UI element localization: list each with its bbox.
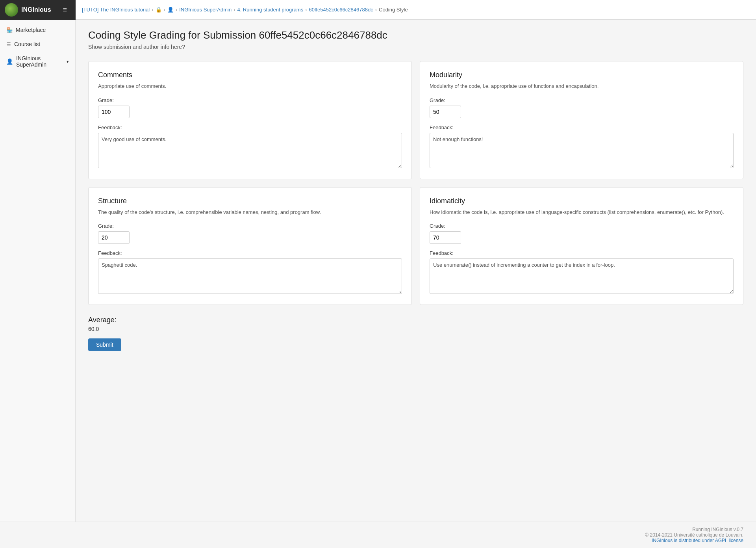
modularity-grade-input[interactable] bbox=[430, 106, 461, 118]
breadcrumb-item-2[interactable]: 👤 bbox=[167, 7, 174, 13]
submit-button[interactable]: Submit bbox=[88, 338, 121, 351]
logo-text: INGInious bbox=[21, 6, 51, 13]
marketplace-icon: 🏪 bbox=[6, 27, 13, 33]
sidebar-user-menu[interactable]: 👤 INGInious SuperAdmin ▾ bbox=[0, 51, 75, 72]
card-idiomaticity-title: Idiomaticity bbox=[430, 197, 734, 205]
modularity-feedback-label: Feedback: bbox=[430, 124, 734, 130]
breadcrumb-item-0[interactable]: [TUTO] The INGInious tutorial bbox=[82, 7, 150, 13]
card-idiomaticity: Idiomaticity How idiomatic the code is, … bbox=[420, 187, 743, 305]
average-section: Average: 60.0 Submit bbox=[88, 316, 743, 351]
comments-grade-input[interactable] bbox=[98, 106, 130, 118]
idiomaticity-feedback-textarea[interactable]: Use enumerate() instead of incrementing … bbox=[430, 258, 734, 294]
breadcrumb-item-4[interactable]: 4. Running student programs bbox=[237, 7, 304, 13]
idiomaticity-grade-label: Grade: bbox=[430, 223, 734, 229]
idiomaticity-feedback-label: Feedback: bbox=[430, 250, 734, 256]
structure-grade-input[interactable] bbox=[98, 231, 130, 244]
page-subtitle: Show submission and author info here? bbox=[88, 44, 743, 50]
sidebar-user-label: INGInious SuperAdmin bbox=[16, 55, 63, 68]
card-structure-title: Structure bbox=[98, 197, 402, 205]
footer-agpl-link[interactable]: INGInious is distributed under AGPL lice… bbox=[652, 538, 743, 543]
page-title: Coding Style Grading for Submission 60ff… bbox=[88, 29, 743, 41]
sidebar-item-marketplace[interactable]: 🏪 Marketplace bbox=[0, 23, 75, 37]
logo-area: INGInious ≡ bbox=[0, 3, 76, 17]
breadcrumb-item-1[interactable]: 🔒 bbox=[156, 7, 162, 13]
structure-feedback-label: Feedback: bbox=[98, 250, 402, 256]
card-modularity-title: Modularity bbox=[430, 71, 734, 79]
breadcrumb-item-3[interactable]: INGInious SuperAdmin bbox=[179, 7, 232, 13]
card-structure: Structure The quality of the code's stru… bbox=[88, 187, 412, 305]
average-label: Average: bbox=[88, 316, 743, 324]
card-idiomaticity-desc: How idiomatic the code is, i.e. appropri… bbox=[430, 208, 734, 216]
card-structure-desc: The quality of the code's structure, i.e… bbox=[98, 208, 402, 216]
card-comments-desc: Appropriate use of comments. bbox=[98, 82, 402, 90]
hamburger-icon[interactable]: ≡ bbox=[59, 6, 71, 14]
footer-line3: INGInious is distributed under AGPL lice… bbox=[13, 538, 743, 543]
card-modularity: Modularity Modularity of the code, i.e. … bbox=[420, 61, 743, 179]
footer-line1: Running INGInious v.0.7 bbox=[13, 527, 743, 532]
idiomaticity-grade-input[interactable] bbox=[430, 231, 461, 244]
top-nav: INGInious ≡ [TUTO] The INGInious tutoria… bbox=[0, 0, 756, 20]
structure-grade-label: Grade: bbox=[98, 223, 402, 229]
logo-icon bbox=[5, 3, 18, 17]
modularity-grade-label: Grade: bbox=[430, 97, 734, 103]
breadcrumb-item-6: Coding Style bbox=[379, 7, 408, 13]
sidebar: 🏪 Marketplace ☰ Course list 👤 INGInious … bbox=[0, 20, 76, 522]
breadcrumb-item-5[interactable]: 60ffe5452c0c66c2846788dc bbox=[309, 7, 373, 13]
sidebar-label-marketplace: Marketplace bbox=[16, 27, 46, 33]
dropdown-chevron-icon: ▾ bbox=[67, 59, 69, 64]
comments-feedback-textarea[interactable]: Very good use of comments. bbox=[98, 133, 402, 168]
modularity-feedback-textarea[interactable]: Not enough functions! bbox=[430, 133, 734, 168]
cards-grid: Comments Appropriate use of comments. Gr… bbox=[88, 61, 743, 305]
footer: Running INGInious v.0.7 © 2014-2021 Univ… bbox=[0, 522, 756, 548]
card-modularity-desc: Modularity of the code, i.e. appropriate… bbox=[430, 82, 734, 90]
average-value: 60.0 bbox=[88, 326, 743, 332]
layout: 🏪 Marketplace ☰ Course list 👤 INGInious … bbox=[0, 20, 756, 522]
sidebar-item-course-list[interactable]: ☰ Course list bbox=[0, 37, 75, 51]
breadcrumb: [TUTO] The INGInious tutorial › 🔒 › 👤 › … bbox=[76, 0, 756, 20]
card-comments-title: Comments bbox=[98, 71, 402, 79]
structure-feedback-textarea[interactable]: Spaghetti code. bbox=[98, 258, 402, 294]
main-content: Coding Style Grading for Submission 60ff… bbox=[76, 20, 756, 522]
sidebar-label-course-list: Course list bbox=[14, 41, 40, 47]
footer-line2: © 2014-2021 Université catholique de Lou… bbox=[13, 532, 743, 538]
comments-feedback-label: Feedback: bbox=[98, 124, 402, 130]
user-icon: 👤 bbox=[6, 58, 13, 65]
card-comments: Comments Appropriate use of comments. Gr… bbox=[88, 61, 412, 179]
course-list-icon: ☰ bbox=[6, 41, 11, 47]
comments-grade-label: Grade: bbox=[98, 97, 402, 103]
